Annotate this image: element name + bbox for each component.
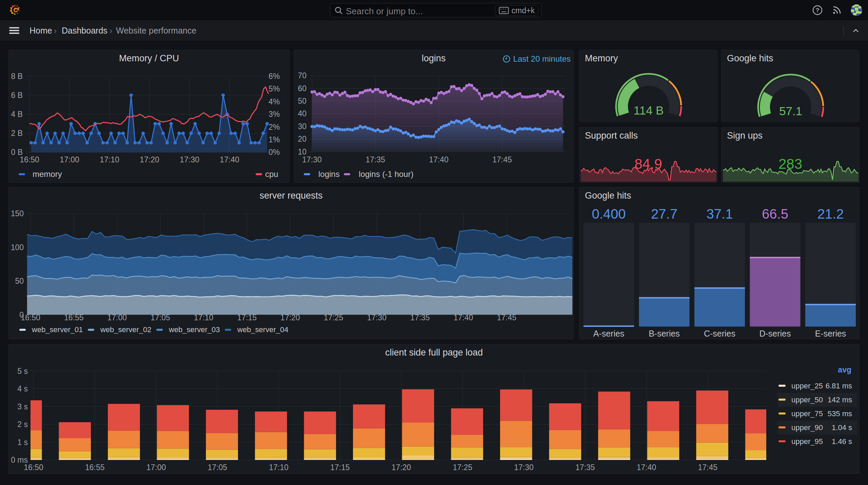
svg-text:1 s: 1 s bbox=[17, 438, 28, 447]
svg-text:50: 50 bbox=[298, 97, 307, 105]
svg-text:17:45: 17:45 bbox=[492, 155, 512, 164]
svg-text:upper_90: upper_90 bbox=[791, 423, 823, 432]
svg-text:C-series: C-series bbox=[704, 329, 735, 338]
svg-text:142 ms: 142 ms bbox=[828, 396, 852, 404]
svg-text:1.04 s: 1.04 s bbox=[832, 423, 852, 432]
svg-text:17:30: 17:30 bbox=[514, 463, 534, 472]
svg-text:1.46 s: 1.46 s bbox=[832, 437, 852, 446]
svg-text:17:40: 17:40 bbox=[637, 463, 656, 472]
svg-text:cpu: cpu bbox=[265, 169, 278, 179]
svg-text:2%: 2% bbox=[269, 123, 280, 132]
svg-text:16:50: 16:50 bbox=[20, 155, 39, 164]
svg-text:2 s: 2 s bbox=[17, 420, 28, 429]
svg-text:A-series: A-series bbox=[593, 329, 625, 338]
svg-text:web_server_01: web_server_01 bbox=[32, 325, 83, 334]
svg-text:20: 20 bbox=[298, 135, 307, 143]
svg-text:?: ? bbox=[816, 7, 819, 14]
svg-text:E-series: E-series bbox=[815, 329, 846, 338]
svg-text:0.400: 0.400 bbox=[592, 206, 626, 221]
svg-text:logins: logins bbox=[318, 169, 340, 179]
svg-text:17:30: 17:30 bbox=[302, 155, 322, 164]
svg-text:17:20: 17:20 bbox=[392, 463, 411, 472]
svg-text:10: 10 bbox=[298, 147, 307, 156]
svg-text:memory: memory bbox=[33, 169, 62, 179]
svg-text:17:20: 17:20 bbox=[140, 155, 159, 164]
svg-text:17:45: 17:45 bbox=[698, 463, 717, 472]
svg-text:40: 40 bbox=[298, 109, 307, 118]
svg-text:17:00: 17:00 bbox=[60, 155, 79, 164]
svg-text:4 s: 4 s bbox=[17, 384, 28, 393]
svg-text:114 B: 114 B bbox=[634, 104, 664, 117]
svg-text:3 s: 3 s bbox=[17, 402, 28, 411]
svg-text:37.1: 37.1 bbox=[707, 206, 733, 221]
svg-text:6.81 ms: 6.81 ms bbox=[826, 382, 852, 390]
svg-text:upper_95: upper_95 bbox=[791, 437, 823, 446]
svg-text:100: 100 bbox=[11, 243, 24, 252]
svg-text:upper_75: upper_75 bbox=[791, 409, 823, 418]
svg-text:17:10: 17:10 bbox=[100, 155, 119, 164]
svg-text:16:55: 16:55 bbox=[85, 463, 105, 472]
svg-text:66.5: 66.5 bbox=[762, 206, 788, 221]
svg-text:6%: 6% bbox=[269, 72, 280, 81]
svg-text:web_server_04: web_server_04 bbox=[237, 325, 288, 334]
svg-text:3%: 3% bbox=[269, 110, 280, 119]
svg-text:17:35: 17:35 bbox=[575, 463, 595, 472]
svg-text:535 ms: 535 ms bbox=[828, 409, 852, 418]
svg-text:4 B: 4 B bbox=[11, 110, 23, 119]
svg-text:70: 70 bbox=[298, 71, 307, 80]
svg-text:57.1: 57.1 bbox=[779, 104, 802, 118]
svg-text:60: 60 bbox=[298, 84, 307, 93]
svg-text:17:40: 17:40 bbox=[220, 155, 239, 164]
svg-text:16:50: 16:50 bbox=[24, 463, 43, 472]
svg-text:4%: 4% bbox=[269, 97, 280, 106]
svg-text:50: 50 bbox=[15, 277, 24, 285]
svg-text:27.7: 27.7 bbox=[651, 206, 677, 221]
svg-text:logins (-1 hour): logins (-1 hour) bbox=[359, 169, 413, 179]
svg-text:150: 150 bbox=[11, 209, 24, 218]
svg-text:5%: 5% bbox=[269, 84, 280, 93]
svg-text:5 s: 5 s bbox=[17, 367, 28, 376]
svg-text:30: 30 bbox=[298, 122, 307, 131]
svg-text:17:00: 17:00 bbox=[146, 463, 166, 472]
svg-text:21.2: 21.2 bbox=[817, 206, 844, 221]
svg-text:web_server_02: web_server_02 bbox=[100, 325, 151, 334]
svg-text:B-series: B-series bbox=[649, 329, 680, 338]
svg-text:17:40: 17:40 bbox=[429, 155, 449, 164]
svg-text:6 B: 6 B bbox=[11, 91, 23, 100]
svg-text:17:10: 17:10 bbox=[269, 463, 289, 472]
svg-text:upper_50: upper_50 bbox=[791, 396, 823, 404]
svg-text:17:15: 17:15 bbox=[330, 463, 350, 472]
svg-text:8 B: 8 B bbox=[11, 72, 23, 81]
svg-text:D-series: D-series bbox=[759, 329, 791, 338]
svg-text:avg: avg bbox=[838, 365, 851, 374]
svg-text:1%: 1% bbox=[269, 135, 280, 144]
svg-text:17:05: 17:05 bbox=[208, 463, 227, 472]
svg-text:0%: 0% bbox=[269, 148, 280, 157]
svg-text:17:30: 17:30 bbox=[180, 155, 199, 164]
svg-text:web_server_03: web_server_03 bbox=[169, 325, 220, 334]
svg-text:2 B: 2 B bbox=[11, 129, 23, 138]
svg-text:upper_25: upper_25 bbox=[791, 382, 823, 390]
svg-text:17:25: 17:25 bbox=[453, 463, 472, 472]
svg-text:17:35: 17:35 bbox=[366, 155, 385, 164]
